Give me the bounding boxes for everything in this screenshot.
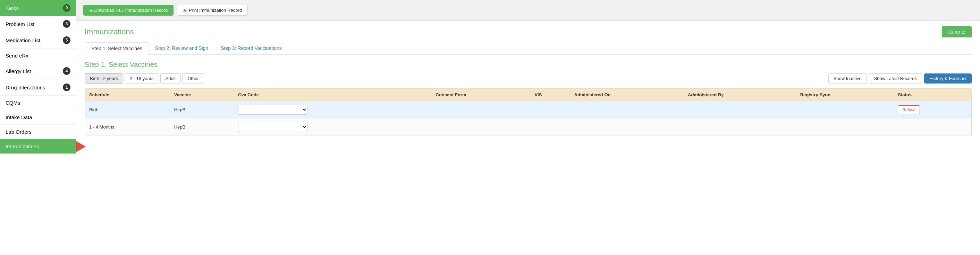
tab-step3[interactable]: Step 3: Record Vaccinations (215, 42, 288, 55)
content-area: Immunizations Jump to Step 1: Select Vac… (76, 21, 980, 255)
cell-administered-on (570, 101, 684, 119)
cell-consent-form (431, 119, 530, 136)
sidebar-item-medication-list[interactable]: Medication List 5 (0, 32, 76, 49)
col-administered-on: Administered On (570, 89, 684, 101)
cell-registry-sync (796, 101, 894, 119)
cell-schedule: Birth (85, 101, 170, 119)
sidebar-allergy-list-badge: 4 (63, 67, 70, 75)
col-vis: VIS (530, 89, 570, 101)
sidebar-item-intake-data[interactable]: Intake Data (0, 110, 76, 125)
cvx-code-select[interactable] (238, 105, 307, 115)
cell-administered-by (684, 101, 796, 119)
sidebar-item-lab-orders[interactable]: Lab Orders (0, 125, 76, 139)
col-vaccine: Vaccine (170, 89, 234, 101)
immunization-table: Schedule Vaccine Cvx Code Consent Form V… (85, 88, 972, 136)
page-title-row: Immunizations Jump to (85, 26, 972, 37)
col-administered-by: Administered By (684, 89, 796, 101)
table-header-row: Schedule Vaccine Cvx Code Consent Form V… (85, 89, 971, 101)
step-title: Step 1. Select Vaccines (85, 61, 972, 69)
col-consent-form: Consent Form (431, 89, 530, 101)
filter-right-group: Show Inactive Show Latest Records Histor… (828, 73, 972, 84)
sidebar-item-immunizations[interactable]: Immunizations (0, 139, 76, 154)
cell-registry-sync (796, 119, 894, 136)
cell-administered-on (570, 119, 684, 136)
tab-step2[interactable]: Step 2: Review and Sign (149, 42, 215, 55)
cell-vaccine: HepB (170, 119, 234, 136)
download-hl7-button[interactable]: ⊕ Download HL7 Immunization Record (83, 5, 173, 16)
sidebar-item-send-erx[interactable]: Send eRx (0, 49, 76, 63)
main-content: ⊕ Download HL7 Immunization Record 🖨 Pri… (76, 0, 980, 255)
cell-administered-by (684, 119, 796, 136)
filter-left-group: Birth - 2 years 2 - 18 years Adult Other (85, 73, 204, 84)
step-tabs: Step 1: Select Vaccines Step 2: Review a… (85, 42, 972, 55)
col-registry-sync: Registry Sync (796, 89, 894, 101)
sidebar-item-allergy-list[interactable]: Allergy List 4 (0, 63, 76, 79)
cell-consent-form (431, 101, 530, 119)
table-row: Birth HepB Refuse (85, 101, 971, 119)
filter-2-18yr[interactable]: 2 - 18 years (124, 73, 159, 84)
sidebar-item-problem-list[interactable]: Problem List 3 (0, 16, 76, 32)
cell-vaccine: HepB (170, 101, 234, 119)
sidebar-problem-list-badge: 3 (63, 20, 70, 28)
history-forecast-button[interactable]: History & Forecast (924, 73, 972, 84)
cell-schedule: 1 - 4 Months (85, 119, 170, 136)
top-bar: ⊕ Download HL7 Immunization Record 🖨 Pri… (76, 0, 980, 21)
sidebar-tasks-label: Tasks (6, 5, 19, 11)
filter-row: Birth - 2 years 2 - 18 years Adult Other… (85, 73, 972, 84)
sidebar-item-drug-interactions[interactable]: Drug Interactions 1 (0, 79, 76, 96)
sidebar-medication-list-badge: 5 (63, 36, 70, 44)
col-cvx-code: Cvx Code (234, 89, 431, 101)
filter-birth-2yr[interactable]: Birth - 2 years (85, 73, 123, 84)
sidebar-tasks-badge: 0 (63, 4, 70, 12)
cell-status[interactable]: Refuse (894, 101, 971, 119)
table-row: 1 - 4 Months HepB (85, 119, 971, 136)
cell-vis (530, 119, 570, 136)
cvx-code-select[interactable] (238, 122, 307, 132)
refuse-button[interactable]: Refuse (898, 105, 920, 114)
filter-other[interactable]: Other (182, 73, 204, 84)
show-inactive-button[interactable]: Show Inactive (828, 73, 867, 84)
sidebar-item-tasks[interactable]: Tasks 0 (0, 0, 76, 16)
sidebar-item-cqms[interactable]: CQMs (0, 96, 76, 110)
cell-cvx-code[interactable] (234, 101, 431, 119)
print-immunization-button[interactable]: 🖨 Print Immunization Record (177, 5, 248, 16)
sidebar: Tasks 0 Problem List 3 Medication List 5… (0, 0, 76, 255)
cell-cvx-code[interactable] (234, 119, 431, 136)
jump-to-button[interactable]: Jump to (942, 26, 972, 37)
tab-step1[interactable]: Step 1: Select Vaccines (85, 42, 149, 55)
show-latest-records-button[interactable]: Show Latest Records (869, 73, 923, 84)
filter-adult[interactable]: Adult (160, 73, 181, 84)
cell-vis (530, 101, 570, 119)
sidebar-drug-interactions-badge: 1 (63, 84, 70, 91)
col-status: Status (894, 89, 971, 101)
page-title: Immunizations (85, 27, 134, 36)
cell-status (894, 119, 971, 136)
col-schedule: Schedule (85, 89, 170, 101)
